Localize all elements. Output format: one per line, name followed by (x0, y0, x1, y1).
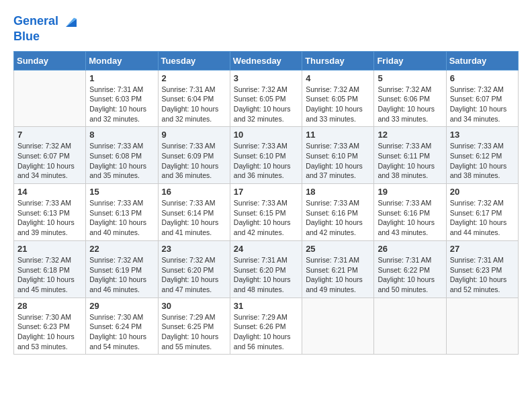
calendar-cell: 17Sunrise: 7:33 AM Sunset: 6:15 PM Dayli… (230, 184, 302, 241)
calendar-cell: 25Sunrise: 7:31 AM Sunset: 6:21 PM Dayli… (302, 240, 374, 298)
calendar-week-4: 21Sunrise: 7:32 AM Sunset: 6:18 PM Dayli… (14, 240, 519, 298)
day-number: 6 (450, 73, 515, 83)
calendar-cell: 2Sunrise: 7:31 AM Sunset: 6:04 PM Daylig… (158, 70, 230, 127)
day-info: Sunrise: 7:33 AM Sunset: 6:13 PM Dayligh… (17, 198, 82, 238)
day-info: Sunrise: 7:33 AM Sunset: 6:14 PM Dayligh… (162, 198, 226, 238)
day-info: Sunrise: 7:33 AM Sunset: 6:10 PM Dayligh… (234, 141, 298, 181)
calendar-cell: 4Sunrise: 7:32 AM Sunset: 6:05 PM Daylig… (302, 70, 374, 127)
day-number: 25 (306, 244, 370, 254)
calendar-cell: 12Sunrise: 7:33 AM Sunset: 6:11 PM Dayli… (374, 127, 446, 184)
day-number: 17 (234, 187, 298, 197)
day-number: 11 (306, 130, 370, 140)
day-info: Sunrise: 7:29 AM Sunset: 6:25 PM Dayligh… (162, 312, 226, 352)
day-number: 5 (378, 73, 442, 83)
calendar-cell: 18Sunrise: 7:33 AM Sunset: 6:16 PM Dayli… (302, 184, 374, 241)
weekday-header-monday: Monday (86, 51, 158, 70)
day-number: 16 (162, 187, 226, 197)
calendar-week-5: 28Sunrise: 7:30 AM Sunset: 6:23 PM Dayli… (14, 298, 519, 355)
weekday-header-friday: Friday (374, 51, 446, 70)
calendar-cell: 5Sunrise: 7:32 AM Sunset: 6:06 PM Daylig… (374, 70, 446, 127)
day-info: Sunrise: 7:32 AM Sunset: 6:20 PM Dayligh… (162, 255, 226, 295)
calendar-cell: 10Sunrise: 7:33 AM Sunset: 6:10 PM Dayli… (230, 127, 302, 184)
day-info: Sunrise: 7:33 AM Sunset: 6:09 PM Dayligh… (162, 141, 226, 181)
day-info: Sunrise: 7:31 AM Sunset: 6:03 PM Dayligh… (89, 85, 154, 124)
day-info: Sunrise: 7:31 AM Sunset: 6:21 PM Dayligh… (306, 255, 370, 295)
calendar-cell (374, 298, 446, 355)
calendar-cell: 30Sunrise: 7:29 AM Sunset: 6:25 PM Dayli… (158, 298, 230, 355)
day-number: 21 (17, 244, 82, 254)
day-number: 20 (450, 187, 515, 197)
day-info: Sunrise: 7:33 AM Sunset: 6:16 PM Dayligh… (378, 198, 442, 238)
calendar-cell: 8Sunrise: 7:33 AM Sunset: 6:08 PM Daylig… (86, 127, 158, 184)
day-info: Sunrise: 7:31 AM Sunset: 6:20 PM Dayligh… (234, 255, 298, 295)
day-info: Sunrise: 7:33 AM Sunset: 6:15 PM Dayligh… (234, 198, 298, 238)
day-number: 28 (17, 301, 82, 311)
calendar-cell: 27Sunrise: 7:31 AM Sunset: 6:23 PM Dayli… (446, 240, 518, 298)
calendar-cell: 1Sunrise: 7:31 AM Sunset: 6:03 PM Daylig… (86, 70, 158, 127)
day-number: 19 (378, 187, 442, 197)
calendar-cell (14, 70, 86, 127)
day-number: 31 (234, 301, 298, 311)
day-number: 2 (162, 73, 226, 83)
calendar-cell: 19Sunrise: 7:33 AM Sunset: 6:16 PM Dayli… (374, 184, 446, 241)
calendar-cell: 16Sunrise: 7:33 AM Sunset: 6:14 PM Dayli… (158, 184, 230, 241)
calendar-cell: 15Sunrise: 7:33 AM Sunset: 6:13 PM Dayli… (86, 184, 158, 241)
calendar-cell: 28Sunrise: 7:30 AM Sunset: 6:23 PM Dayli… (14, 298, 86, 355)
day-info: Sunrise: 7:33 AM Sunset: 6:11 PM Dayligh… (378, 141, 442, 181)
weekday-header-saturday: Saturday (446, 51, 518, 70)
day-number: 3 (234, 73, 298, 83)
page-header: General Blue (13, 13, 519, 44)
day-number: 14 (17, 187, 82, 197)
day-info: Sunrise: 7:33 AM Sunset: 6:16 PM Dayligh… (306, 198, 370, 238)
calendar-cell: 22Sunrise: 7:32 AM Sunset: 6:19 PM Dayli… (86, 240, 158, 298)
calendar-cell: 21Sunrise: 7:32 AM Sunset: 6:18 PM Dayli… (14, 240, 86, 298)
calendar-week-1: 1Sunrise: 7:31 AM Sunset: 6:03 PM Daylig… (14, 70, 519, 127)
day-number: 4 (306, 73, 370, 83)
day-info: Sunrise: 7:33 AM Sunset: 6:08 PM Dayligh… (89, 141, 154, 181)
weekday-header-tuesday: Tuesday (158, 51, 230, 70)
day-info: Sunrise: 7:32 AM Sunset: 6:07 PM Dayligh… (17, 141, 82, 181)
day-info: Sunrise: 7:32 AM Sunset: 6:07 PM Dayligh… (450, 85, 515, 124)
calendar-cell: 26Sunrise: 7:31 AM Sunset: 6:22 PM Dayli… (374, 240, 446, 298)
day-info: Sunrise: 7:30 AM Sunset: 6:23 PM Dayligh… (17, 312, 82, 352)
day-number: 13 (450, 130, 515, 140)
day-info: Sunrise: 7:31 AM Sunset: 6:22 PM Dayligh… (378, 255, 442, 295)
weekday-header-wednesday: Wednesday (230, 51, 302, 70)
calendar-cell: 20Sunrise: 7:32 AM Sunset: 6:17 PM Dayli… (446, 184, 518, 241)
calendar-week-2: 7Sunrise: 7:32 AM Sunset: 6:07 PM Daylig… (14, 127, 519, 184)
calendar-table: SundayMondayTuesdayWednesdayThursdayFrid… (13, 51, 519, 355)
calendar-cell: 11Sunrise: 7:33 AM Sunset: 6:10 PM Dayli… (302, 127, 374, 184)
day-info: Sunrise: 7:31 AM Sunset: 6:23 PM Dayligh… (450, 255, 515, 295)
day-number: 26 (378, 244, 442, 254)
day-number: 23 (162, 244, 226, 254)
day-info: Sunrise: 7:33 AM Sunset: 6:10 PM Dayligh… (306, 141, 370, 181)
day-info: Sunrise: 7:32 AM Sunset: 6:05 PM Dayligh… (306, 85, 370, 124)
calendar-cell: 6Sunrise: 7:32 AM Sunset: 6:07 PM Daylig… (446, 70, 518, 127)
day-info: Sunrise: 7:33 AM Sunset: 6:13 PM Dayligh… (89, 198, 154, 238)
day-number: 1 (89, 73, 154, 83)
logo-text: General Blue (13, 13, 79, 44)
day-number: 27 (450, 244, 515, 254)
calendar-cell: 7Sunrise: 7:32 AM Sunset: 6:07 PM Daylig… (14, 127, 86, 184)
calendar-cell (302, 298, 374, 355)
weekday-header-sunday: Sunday (14, 51, 86, 70)
day-number: 24 (234, 244, 298, 254)
calendar-week-3: 14Sunrise: 7:33 AM Sunset: 6:13 PM Dayli… (14, 184, 519, 241)
calendar-header-row: SundayMondayTuesdayWednesdayThursdayFrid… (14, 51, 519, 70)
day-info: Sunrise: 7:29 AM Sunset: 6:26 PM Dayligh… (234, 312, 298, 352)
day-number: 9 (162, 130, 226, 140)
day-info: Sunrise: 7:32 AM Sunset: 6:05 PM Dayligh… (234, 85, 298, 124)
day-info: Sunrise: 7:31 AM Sunset: 6:04 PM Dayligh… (162, 85, 226, 124)
day-info: Sunrise: 7:33 AM Sunset: 6:12 PM Dayligh… (450, 141, 515, 181)
day-number: 7 (17, 130, 82, 140)
calendar-cell: 24Sunrise: 7:31 AM Sunset: 6:20 PM Dayli… (230, 240, 302, 298)
calendar-cell: 9Sunrise: 7:33 AM Sunset: 6:09 PM Daylig… (158, 127, 230, 184)
day-number: 10 (234, 130, 298, 140)
calendar-cell: 3Sunrise: 7:32 AM Sunset: 6:05 PM Daylig… (230, 70, 302, 127)
day-info: Sunrise: 7:32 AM Sunset: 6:19 PM Dayligh… (89, 255, 154, 295)
calendar-cell: 29Sunrise: 7:30 AM Sunset: 6:24 PM Dayli… (86, 298, 158, 355)
day-number: 15 (89, 187, 154, 197)
calendar-cell: 13Sunrise: 7:33 AM Sunset: 6:12 PM Dayli… (446, 127, 518, 184)
calendar-cell: 14Sunrise: 7:33 AM Sunset: 6:13 PM Dayli… (14, 184, 86, 241)
day-info: Sunrise: 7:30 AM Sunset: 6:24 PM Dayligh… (89, 312, 154, 352)
